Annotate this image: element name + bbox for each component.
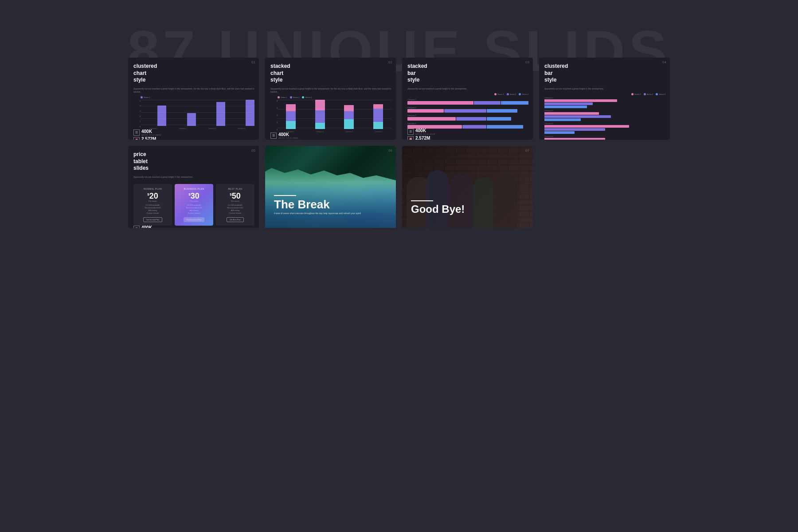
slide-title-1: clusteredchartstyle xyxy=(133,63,254,84)
chart-wrapper-1: Series 1 5 4 3 2 1 0 xyxy=(133,96,254,129)
slide-goodbye: 07 Good Bye! xyxy=(402,146,533,228)
slide-clustered-chart: 01 clusteredchartstyle Apparently we are… xyxy=(128,58,259,140)
slide-number-6: 06 xyxy=(388,149,392,153)
scenic-title: The Break xyxy=(274,199,361,210)
slide-number-5: 05 xyxy=(251,149,255,153)
slides-grid: 01 clusteredchartstyle Apparently we are… xyxy=(128,58,670,228)
slide-number-2: 02 xyxy=(388,60,392,64)
slide-stacked-bar: 03 stackedbarstyle Apparently we are rea… xyxy=(402,58,533,140)
slide-price-tablet: 05 pricetabletslides Apparently we are r… xyxy=(128,146,259,228)
slide-title-4: clusteredbarstyle xyxy=(544,63,665,84)
slide-title-3: stackedbarstyle xyxy=(407,63,528,84)
slide-number-1: 01 xyxy=(251,60,255,64)
slide-title-5: pricetabletslides xyxy=(133,151,254,172)
slide-title-2: stackedchartstyle xyxy=(270,63,391,84)
scenic-subtitle: A time of seven short intervals througho… xyxy=(274,212,361,215)
slide-stacked-chart: 02 stackedchartstyle Apparently we are r… xyxy=(265,58,396,140)
slide-clustered-bar: 04 clusteredbarstyle Apparently we are r… xyxy=(539,58,670,140)
goodbye-title: Good Bye! xyxy=(411,204,465,215)
slide-desc-1: Apparently we are reached a great height… xyxy=(133,87,254,94)
slide-number-7: 07 xyxy=(525,149,529,153)
slide-number-4: 04 xyxy=(662,60,666,64)
slide-number-3: 03 xyxy=(525,60,529,64)
slide-scenic: 06 The Break A time of seven short inter… xyxy=(265,146,396,228)
legend-1: Series 1 xyxy=(141,96,254,98)
